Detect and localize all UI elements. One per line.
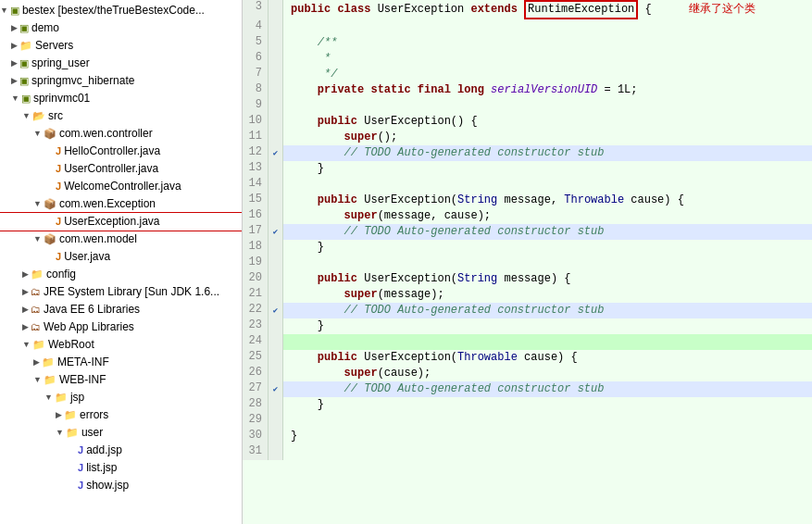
sidebar-item-Web App Libraries[interactable]: ▶🗂Web App Libraries [0, 318, 242, 336]
sidebar-item-src[interactable]: ▼📂src [0, 107, 242, 125]
line-content: } [283, 161, 812, 177]
sidebar-item-springmvc_hibernate[interactable]: ▶▣springmvc_hibernate [0, 72, 242, 90]
line-marker [269, 350, 283, 366]
sidebar-item-bestex[interactable]: ▼▣bestex [bestex/theTrueBestexCode... [0, 2, 242, 19]
sidebar-item-config[interactable]: ▶📁config [0, 266, 242, 283]
line-marker [269, 240, 283, 256]
sidebar-item-UserController.java[interactable]: JUserController.java [0, 160, 242, 178]
breakpoint-marker: ✔ [273, 306, 278, 316]
line-content [283, 413, 812, 429]
line-number: 20 [243, 271, 269, 287]
sidebar-item-WebRoot[interactable]: ▼📁WebRoot [0, 336, 242, 354]
sidebar-item-spring_user[interactable]: ▶▣spring_user [0, 55, 242, 72]
line-content [283, 334, 812, 350]
line-content: super(); [283, 130, 812, 145]
breakpoint-marker: ✔ [273, 227, 278, 237]
line-content: // TODO Auto-generated constructor stub [283, 303, 812, 318]
line-number: 31 [243, 444, 269, 460]
sidebar-item-show.jsp[interactable]: Jshow.jsp [0, 477, 242, 494]
code-line: 5 /** [243, 35, 812, 51]
line-marker [269, 0, 283, 19]
code-line: 14 [243, 177, 812, 193]
sidebar-item-add.jsp[interactable]: Jadd.jsp [0, 442, 242, 459]
line-content [283, 444, 812, 460]
code-line: 7 */ [243, 67, 812, 82]
line-content: public class UserException extends Runti… [283, 0, 812, 19]
line-marker [269, 177, 283, 193]
line-number: 17 [243, 224, 269, 240]
line-number: 27 [243, 381, 269, 397]
code-line: 11 super(); [243, 130, 812, 145]
line-number: 25 [243, 350, 269, 366]
code-line: 19 [243, 256, 812, 271]
line-number: 9 [243, 98, 269, 114]
line-marker [269, 130, 283, 145]
sidebar-item-list.jsp[interactable]: Jlist.jsp [0, 459, 242, 477]
code-line: 16 super(message, cause); [243, 208, 812, 224]
line-content: } [283, 318, 812, 334]
sidebar-item-META-INF[interactable]: ▶📁META-INF [0, 354, 242, 371]
line-marker [269, 287, 283, 303]
code-line: 21 super(message); [243, 287, 812, 303]
line-number: 19 [243, 256, 269, 271]
line-number: 22 [243, 303, 269, 318]
breakpoint-marker: ✔ [273, 384, 278, 394]
sidebar-item-errors[interactable]: ▶📁errors [0, 406, 242, 424]
line-marker [269, 366, 283, 381]
line-content: public UserException(String message, Thr… [283, 193, 812, 208]
code-line: 18 } [243, 240, 812, 256]
line-marker [269, 208, 283, 224]
code-line: 28 } [243, 397, 812, 413]
sidebar-item-com.wen.Exception[interactable]: ▼📦com.wen.Exception [0, 195, 242, 213]
line-number: 11 [243, 130, 269, 145]
line-number: 10 [243, 114, 269, 130]
line-content: public UserException(Throwable cause) { [283, 350, 812, 366]
sidebar-item-JRE System Library[interactable]: ▶🗂JRE System Library [Sun JDK 1.6... [0, 283, 242, 301]
line-content: /** [283, 35, 812, 51]
file-tree[interactable]: ▼▣bestex [bestex/theTrueBestexCode...▶▣d… [0, 0, 243, 524]
code-editor: 3public class UserException extends Runt… [243, 0, 812, 524]
sidebar-item-UserException.java[interactable]: JUserException.java [0, 213, 242, 231]
line-marker [269, 67, 283, 82]
line-marker [269, 51, 283, 67]
line-marker: ✔ [269, 303, 283, 318]
line-number: 30 [243, 429, 269, 444]
line-number: 24 [243, 334, 269, 350]
line-marker [269, 98, 283, 114]
line-content: // TODO Auto-generated constructor stub [283, 145, 812, 161]
line-number: 4 [243, 19, 269, 35]
sidebar-item-HelloController.java[interactable]: JHelloController.java [0, 143, 242, 160]
sidebar-item-Servers[interactable]: ▶📁Servers [0, 37, 242, 55]
code-line: 31 [243, 444, 812, 460]
line-content: * [283, 51, 812, 67]
sidebar-item-com.wen.controller[interactable]: ▼📦com.wen.controller [0, 125, 242, 143]
line-content: super(message, cause); [283, 208, 812, 224]
line-marker [269, 82, 283, 98]
code-line: 3public class UserException extends Runt… [243, 0, 812, 19]
sidebar-item-User.java[interactable]: JUser.java [0, 248, 242, 266]
sidebar-item-WEB-INF[interactable]: ▼📁WEB-INF [0, 371, 242, 389]
breakpoint-marker: ✔ [273, 148, 278, 158]
sidebar-item-com.wen.model[interactable]: ▼📦com.wen.model [0, 231, 242, 248]
line-number: 29 [243, 413, 269, 429]
sidebar-item-Java EE 6 Libraries[interactable]: ▶🗂Java EE 6 Libraries [0, 301, 242, 318]
line-number: 7 [243, 67, 269, 82]
sidebar-item-jsp[interactable]: ▼📁jsp [0, 389, 242, 406]
sidebar-item-demo[interactable]: ▶▣demo [0, 19, 242, 37]
line-marker [269, 256, 283, 271]
line-marker [269, 271, 283, 287]
sidebar-item-WelcomeController.java[interactable]: JWelcomeController.java [0, 178, 242, 195]
code-line: 24 [243, 334, 812, 350]
line-content: super(message); [283, 287, 812, 303]
line-content: } [283, 429, 812, 444]
code-line: 6 * [243, 51, 812, 67]
line-marker: ✔ [269, 145, 283, 161]
line-marker [269, 19, 283, 35]
code-line: 8 private static final long serialVersio… [243, 82, 812, 98]
sidebar-item-sprinvmc01[interactable]: ▼▣sprinvmc01 [0, 90, 242, 107]
sidebar-item-user[interactable]: ▼📁user [0, 424, 242, 442]
line-marker [269, 397, 283, 413]
code-line: 26 super(cause); [243, 366, 812, 381]
line-number: 8 [243, 82, 269, 98]
code-line: 20 public UserException(String message) … [243, 271, 812, 287]
